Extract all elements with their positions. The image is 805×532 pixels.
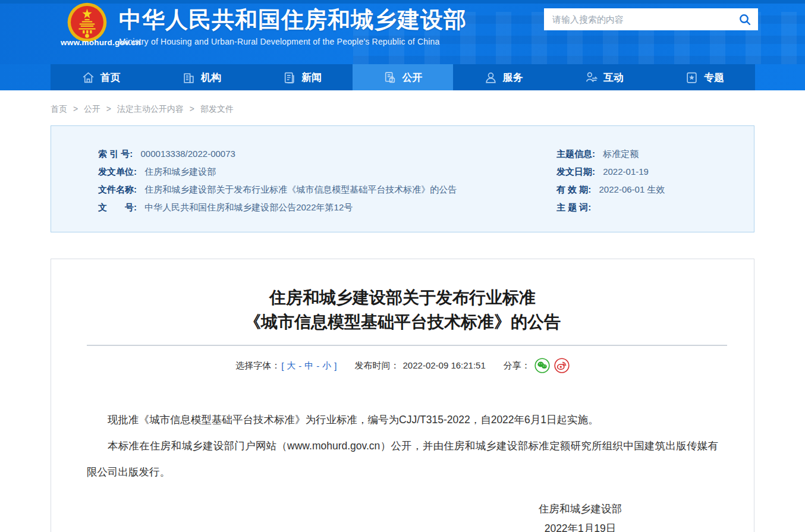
document-meta-box: 索 引 号: 000013338/2022-00073 发文单位: 住房和城乡建… <box>51 125 754 232</box>
national-emblem-icon <box>67 2 107 42</box>
star-badge-icon <box>685 71 699 84</box>
meta-label: 主题信息: <box>556 149 595 159</box>
font-size-large-button[interactable]: 大 <box>285 360 297 372</box>
meta-label: 发文日期: <box>556 166 595 177</box>
article-title-line1: 住房和城乡建设部关于发布行业标准 <box>51 285 754 310</box>
article-info-row: 选择字体： [ 大 - 中 - 小 ] 发布时间： 2022-02-09 16:… <box>51 358 754 373</box>
meta-label: 索 引 号: <box>98 149 133 159</box>
share-label: 分享： <box>504 360 530 372</box>
meta-row-issue-date: 发文日期: 2022-01-19 <box>556 163 748 181</box>
signature-date: 2022年1月19日 <box>503 519 658 532</box>
font-size-selector: 选择字体： [ 大 - 中 - 小 ] <box>235 360 337 372</box>
meta-value: 2022-06-01 生效 <box>599 184 665 194</box>
publish-time-value: 2022-02-09 16:21:51 <box>403 360 486 372</box>
meta-value: 000013338/2022-00073 <box>141 149 235 159</box>
nav-item-home[interactable]: 首页 <box>51 64 151 90</box>
nav-item-org[interactable]: 机构 <box>151 64 251 90</box>
article-paragraph-2: 本标准在住房和城乡建设部门户网站（www.mohurd.gov.cn）公开，并由… <box>87 433 718 485</box>
search-box <box>544 8 758 30</box>
article-body: 现批准《城市信息模型基础平台技术标准》为行业标准，编号为CJJ/T315-202… <box>87 407 718 485</box>
person-icon <box>484 71 498 84</box>
publish-time-label: 发布时间： <box>355 360 400 372</box>
meta-row-issuing-unit: 发文单位: 住房和城乡建设部 <box>98 163 556 181</box>
nav-item-news[interactable]: 新闻 <box>252 64 353 90</box>
meta-value: 中华人民共和国住房和城乡建设部公告2022年第12号 <box>144 202 353 212</box>
nav-item-services[interactable]: 服务 <box>453 64 554 90</box>
article-title-line2: 《城市信息模型基础平台技术标准》的公告 <box>51 310 754 334</box>
nav-label: 专题 <box>704 71 724 84</box>
main-nav: 首页 机构 新闻 <box>0 64 805 90</box>
nav-item-interaction[interactable]: 互动 <box>554 64 654 90</box>
meta-row-document-number: 文 号: 中华人民共和国住房和城乡建设部公告2022年第12号 <box>98 199 556 216</box>
nav-item-topics[interactable]: 专题 <box>655 64 755 90</box>
site-title: 中华人民共和国住房和城乡建设部 <box>119 5 467 34</box>
home-icon <box>81 71 95 84</box>
wechat-share-icon[interactable] <box>534 358 550 373</box>
meta-label: 文 号: <box>98 202 137 212</box>
meta-label: 文件名称: <box>98 184 137 194</box>
breadcrumb-statutory-content[interactable]: 法定主动公开内容 <box>117 104 184 114</box>
search-input[interactable] <box>544 14 732 24</box>
nav-label: 新闻 <box>301 71 322 84</box>
breadcrumb: 首页 > 公开 > 法定主动公开内容 > 部发文件 <box>51 90 754 125</box>
breadcrumb-home[interactable]: 首页 <box>51 104 67 114</box>
meta-label: 有 效 期: <box>556 184 591 194</box>
bracket-close: ] <box>334 361 337 371</box>
breadcrumb-public[interactable]: 公开 <box>84 104 100 114</box>
search-icon <box>738 13 751 26</box>
meta-label: 主 题 词: <box>556 202 591 212</box>
nav-label: 公开 <box>402 71 422 84</box>
font-size-separator: - <box>316 361 319 371</box>
nav-label: 首页 <box>100 71 121 84</box>
nav-item-public-disclosure[interactable]: 公开 <box>353 64 453 90</box>
font-size-label: 选择字体： <box>235 360 280 372</box>
search-button[interactable] <box>732 8 758 30</box>
meta-row-keywords: 主 题 词: <box>556 199 748 216</box>
article-card: 住房和城乡建设部关于发布行业标准 《城市信息模型基础平台技术标准》的公告 选择字… <box>51 259 754 532</box>
meta-row-index-number: 索 引 号: 000013338/2022-00073 <box>98 145 556 163</box>
news-icon <box>282 71 296 84</box>
font-size-medium-button[interactable]: 中 <box>303 360 315 372</box>
site-subtitle: Ministry of Housing and Urban-Rural Deve… <box>119 37 467 46</box>
meta-row-effective-date: 有 效 期: 2022-06-01 生效 <box>556 181 748 199</box>
meta-row-topic-info: 主题信息: 标准定额 <box>556 145 748 163</box>
meta-value: 住房和城乡建设部 <box>144 166 216 177</box>
weibo-share-icon[interactable] <box>554 358 570 373</box>
document-lock-icon <box>383 71 397 84</box>
meta-value: 标准定额 <box>603 149 639 159</box>
person-arrows-icon <box>584 71 598 84</box>
font-size-small-button[interactable]: 小 <box>320 360 333 372</box>
share-controls: 分享： <box>504 358 570 373</box>
article-paragraph-1: 现批准《城市信息模型基础平台技术标准》为行业标准，编号为CJJ/T315-202… <box>87 407 718 433</box>
bracket-open: [ <box>281 361 284 371</box>
article-title: 住房和城乡建设部关于发布行业标准 《城市信息模型基础平台技术标准》的公告 <box>51 285 754 334</box>
breadcrumb-ministry-documents[interactable]: 部发文件 <box>200 104 234 114</box>
site-header: www.mohurd.gov.cn 中华人民共和国住房和城乡建设部 Minist… <box>0 0 805 90</box>
breadcrumb-separator: > <box>190 104 194 114</box>
breadcrumb-separator: > <box>106 104 111 114</box>
article-signature: 住房和城乡建设部 2022年1月19日 <box>503 499 658 532</box>
building-icon <box>182 71 196 84</box>
nav-label: 互动 <box>603 71 624 84</box>
meta-row-document-name: 文件名称: 住房和城乡建设部关于发布行业标准《城市信息模型基础平台技术标准》的公… <box>98 181 556 199</box>
nav-label: 机构 <box>201 71 221 84</box>
meta-value: 2022-01-19 <box>603 166 649 177</box>
meta-value: 住房和城乡建设部关于发布行业标准《城市信息模型基础平台技术标准》的公告 <box>144 184 457 194</box>
signature-organization: 住房和城乡建设部 <box>503 499 658 519</box>
breadcrumb-separator: > <box>73 104 78 114</box>
font-size-separator: - <box>298 361 301 371</box>
meta-label: 发文单位: <box>98 166 137 177</box>
title-divider <box>87 345 727 346</box>
publish-time: 发布时间： 2022-02-09 16:21:51 <box>355 360 486 372</box>
nav-label: 服务 <box>503 71 523 84</box>
